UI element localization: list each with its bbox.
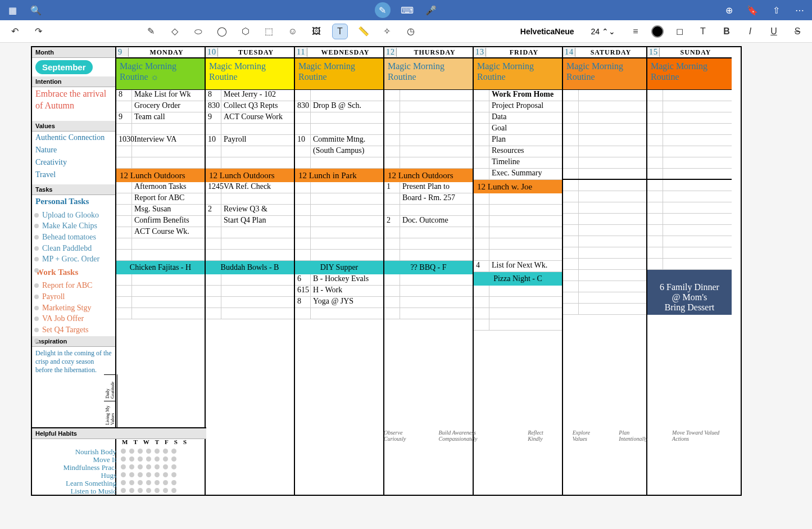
pen-mode-icon[interactable]: ✎ <box>375 2 391 18</box>
search-icon[interactable]: 🔍 <box>29 3 43 17</box>
schedule-row[interactable] <box>206 124 294 135</box>
wand-icon[interactable]: ✧ <box>379 24 395 39</box>
schedule-row[interactable] <box>474 308 562 319</box>
morning-routine[interactable]: Magic Morning Routine <box>384 58 473 90</box>
textbox2-icon[interactable]: T <box>695 24 711 39</box>
habit-dot[interactable] <box>163 464 168 469</box>
schedule-row[interactable]: 9ACT Course Work <box>206 112 294 124</box>
habit-dot[interactable] <box>171 456 176 462</box>
schedule-row[interactable]: Plan <box>474 135 562 146</box>
dinner-block[interactable]: Pizza Night - C <box>474 272 562 286</box>
schedule-row[interactable] <box>647 146 732 157</box>
schedule-row[interactable] <box>206 297 294 308</box>
habit-dot[interactable] <box>129 472 134 477</box>
habit-dot[interactable] <box>163 480 168 485</box>
lunch-block[interactable]: 12 Lunch Outdoors <box>384 169 473 182</box>
eraser-icon[interactable]: ◇ <box>167 24 183 39</box>
schedule-row[interactable] <box>295 216 383 227</box>
italic-icon[interactable]: I <box>742 24 758 39</box>
schedule-row[interactable] <box>116 286 205 297</box>
schedule-row[interactable] <box>563 169 646 180</box>
mic-icon[interactable]: 🎤 <box>424 3 438 17</box>
schedule-row[interactable] <box>295 227 383 238</box>
schedule-row[interactable]: Report for ABC <box>116 193 205 205</box>
habit-dot[interactable] <box>155 480 160 485</box>
task-item[interactable]: VA Job Offer <box>34 313 113 324</box>
schedule-row[interactable] <box>206 286 294 297</box>
task-item[interactable]: MP + Groc. Order <box>34 254 113 265</box>
schedule-row[interactable]: Project Proposal <box>474 101 562 112</box>
schedule-row[interactable] <box>295 193 383 205</box>
habit-dot[interactable] <box>146 449 151 454</box>
schedule-row[interactable]: Msg. Susan <box>116 205 205 216</box>
schedule-row[interactable]: 10Committe Mtng. <box>295 135 383 146</box>
ruler-icon[interactable]: 📏 <box>356 24 371 39</box>
schedule-row[interactable] <box>647 247 732 259</box>
habit-dot[interactable] <box>138 472 143 477</box>
schedule-row[interactable] <box>206 250 294 261</box>
schedule-row[interactable] <box>206 274 294 286</box>
schedule-row[interactable] <box>563 225 646 236</box>
habit-dot[interactable] <box>155 472 160 477</box>
schedule-row[interactable] <box>384 227 473 238</box>
schedule-row[interactable] <box>563 90 646 101</box>
image-icon[interactable]: 🖼 <box>309 24 324 39</box>
apps-icon[interactable]: ▦ <box>6 3 19 17</box>
schedule-row[interactable] <box>295 90 383 101</box>
habit-dot[interactable] <box>146 464 151 469</box>
schedule-row[interactable] <box>295 112 383 124</box>
schedule-row[interactable]: 2Doc. Outcome <box>384 216 473 227</box>
keyboard-icon[interactable]: ⌨ <box>401 3 414 17</box>
schedule-row[interactable] <box>563 270 646 281</box>
underline-icon[interactable]: U <box>766 24 782 39</box>
schedule-row[interactable] <box>563 124 646 135</box>
habit-dot[interactable] <box>121 480 126 485</box>
schedule-row[interactable] <box>563 135 646 146</box>
habit-dot[interactable] <box>146 456 151 462</box>
morning-routine[interactable]: Magic Morning Routine ☼ <box>116 58 205 90</box>
schedule-row[interactable] <box>563 304 646 315</box>
habit-dot[interactable] <box>138 488 143 493</box>
bookmark-icon[interactable]: 🔖 <box>746 3 759 17</box>
habit-dot[interactable] <box>155 464 160 469</box>
task-item[interactable]: Upload to Glooko <box>34 210 113 221</box>
habit-dot[interactable] <box>171 472 176 477</box>
schedule-row[interactable] <box>116 297 205 308</box>
schedule-row[interactable] <box>474 216 562 227</box>
schedule-row[interactable]: 1245VA Ref. Check <box>206 182 294 193</box>
task-item[interactable]: Set Q4 Targets <box>34 324 113 336</box>
task-item[interactable]: Make Kale Chips <box>34 220 113 232</box>
schedule-row[interactable] <box>563 146 646 157</box>
schedule-row[interactable] <box>116 146 205 157</box>
habit-dot[interactable] <box>155 488 160 493</box>
schedule-row[interactable] <box>384 135 473 146</box>
schedule-row[interactable]: Confirm Benefits <box>116 216 205 227</box>
schedule-row[interactable]: 10Payroll <box>206 135 294 146</box>
schedule-row[interactable]: Afternoon Tasks <box>116 182 205 193</box>
schedule-row[interactable] <box>474 193 562 205</box>
habit-dot[interactable] <box>129 480 134 485</box>
habit-dot[interactable] <box>129 456 134 462</box>
schedule-row[interactable] <box>384 124 473 135</box>
schedule-row[interactable] <box>384 101 473 112</box>
schedule-row[interactable] <box>206 146 294 157</box>
align-icon[interactable]: ≡ <box>628 24 643 39</box>
schedule-row[interactable] <box>384 90 473 101</box>
habit-dot[interactable] <box>146 472 151 477</box>
schedule-row[interactable] <box>647 101 732 112</box>
morning-routine[interactable]: Magic Morning Routine <box>206 58 294 90</box>
schedule-row[interactable]: 8Meet Jerry - 102 <box>206 90 294 101</box>
textbox-icon[interactable]: T <box>332 24 348 39</box>
habit-dot[interactable] <box>121 464 126 469</box>
dinner-block[interactable]: DIY Supper <box>295 261 383 274</box>
schedule-row[interactable]: Work From Home <box>474 90 562 101</box>
event-block[interactable]: 6 Family Dinner@ Mom'sBring Dessert <box>647 270 732 315</box>
schedule-row[interactable]: Resources <box>474 146 562 157</box>
habit-dot[interactable] <box>129 464 134 469</box>
schedule-row[interactable] <box>474 319 562 331</box>
schedule-row[interactable]: 1030Interview VA <box>116 135 205 146</box>
schedule-row[interactable] <box>474 205 562 216</box>
schedule-row[interactable]: 615H - Work <box>295 286 383 297</box>
schedule-row[interactable] <box>295 250 383 261</box>
morning-routine[interactable]: Magic Morning Routine <box>474 58 562 90</box>
